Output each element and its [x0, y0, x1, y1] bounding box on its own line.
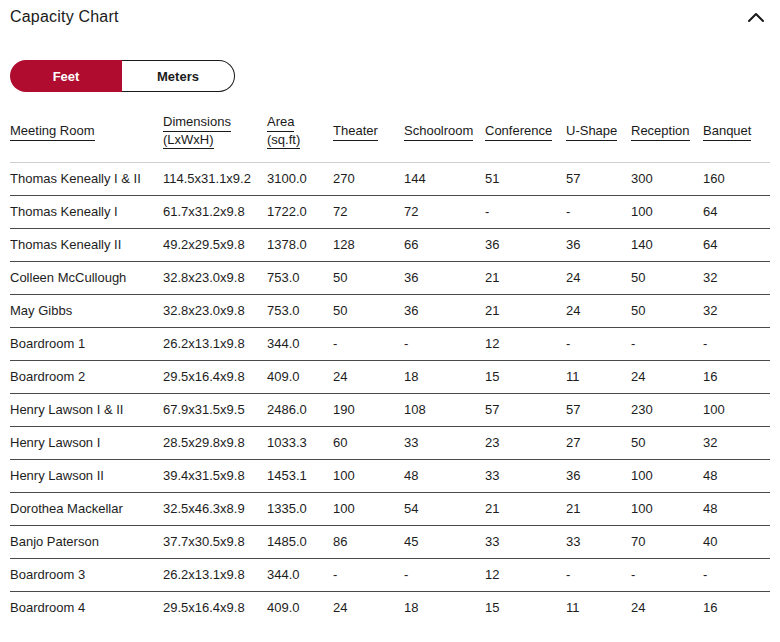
column-header-label: Area [267, 114, 294, 132]
meeting-room-cell: Henry Lawson I & II [10, 393, 163, 426]
capacity-cell: - [703, 558, 770, 591]
page-title: Capacity Chart [10, 8, 119, 26]
capacity-cell: 72 [333, 195, 404, 228]
capacity-cell: 50 [631, 261, 703, 294]
column-header[interactable]: U-Shape [566, 110, 631, 162]
capacity-chart-panel: Capacity Chart Feet Meters Meeting RoomD… [0, 0, 780, 624]
table-header-row: Meeting RoomDimensions(LxWxH)Area(sq.ft)… [10, 110, 770, 162]
capacity-cell: 33 [566, 525, 631, 558]
column-header-label: (sq.ft) [267, 132, 300, 149]
table-row: Thomas Keneally II49.2x29.5x9.81378.0128… [10, 228, 770, 261]
capacity-cell: 33 [404, 426, 485, 459]
capacity-cell: 45 [404, 525, 485, 558]
capacity-cell: - [404, 558, 485, 591]
capacity-cell: 51 [485, 162, 566, 195]
table-row: Henry Lawson I & II67.9x31.5x9.52486.019… [10, 393, 770, 426]
toggle-feet[interactable]: Feet [10, 60, 122, 92]
column-header[interactable]: Banquet [703, 110, 770, 162]
capacity-cell: - [631, 327, 703, 360]
capacity-cell: 48 [703, 492, 770, 525]
column-header[interactable]: Schoolroom [404, 110, 485, 162]
meeting-room-cell: Boardroom 1 [10, 327, 163, 360]
meeting-room-cell: Thomas Keneally II [10, 228, 163, 261]
meeting-room-cell: Colleen McCullough [10, 261, 163, 294]
capacity-cell: 32.5x46.3x8.9 [163, 492, 267, 525]
capacity-cell: 36 [566, 228, 631, 261]
column-header[interactable]: Meeting Room [10, 110, 163, 162]
column-header[interactable]: Dimensions(LxWxH) [163, 110, 267, 162]
capacity-cell: 54 [404, 492, 485, 525]
column-header-label: Schoolroom [404, 123, 473, 141]
capacity-cell: 1722.0 [267, 195, 333, 228]
capacity-cell: 36 [566, 459, 631, 492]
capacity-cell: 114.5x31.1x9.2 [163, 162, 267, 195]
capacity-cell: 27 [566, 426, 631, 459]
capacity-cell: 753.0 [267, 261, 333, 294]
meeting-room-cell: Dorothea Mackellar [10, 492, 163, 525]
capacity-cell: 64 [703, 195, 770, 228]
capacity-cell: 32 [703, 261, 770, 294]
column-header[interactable]: Theater [333, 110, 404, 162]
column-header[interactable]: Area(sq.ft) [267, 110, 333, 162]
capacity-cell: 24 [631, 591, 703, 624]
table-body: Thomas Keneally I & II114.5x31.1x9.23100… [10, 162, 770, 624]
meeting-room-cell: Thomas Keneally I & II [10, 162, 163, 195]
capacity-cell: 50 [631, 294, 703, 327]
capacity-cell: 16 [703, 591, 770, 624]
capacity-cell: - [485, 195, 566, 228]
capacity-cell: 100 [631, 492, 703, 525]
capacity-cell: 29.5x16.4x9.8 [163, 360, 267, 393]
capacity-cell: 1033.3 [267, 426, 333, 459]
capacity-cell: 72 [404, 195, 485, 228]
capacity-cell: 753.0 [267, 294, 333, 327]
column-header[interactable]: Conference [485, 110, 566, 162]
capacity-cell: 33 [485, 459, 566, 492]
capacity-cell: - [333, 327, 404, 360]
capacity-cell: 57 [485, 393, 566, 426]
capacity-cell: 86 [333, 525, 404, 558]
table-row: Thomas Keneally I & II114.5x31.1x9.23100… [10, 162, 770, 195]
column-header-label: Conference [485, 123, 552, 141]
toggle-meters[interactable]: Meters [122, 60, 235, 92]
capacity-cell: 70 [631, 525, 703, 558]
panel-header: Capacity Chart [10, 8, 770, 36]
column-header-label: U-Shape [566, 123, 617, 141]
column-header[interactable]: Reception [631, 110, 703, 162]
meeting-room-cell: Henry Lawson I [10, 426, 163, 459]
capacity-cell: - [631, 558, 703, 591]
meeting-room-cell: Boardroom 3 [10, 558, 163, 591]
capacity-cell: 15 [485, 360, 566, 393]
chevron-up-icon [746, 12, 766, 27]
capacity-cell: 2486.0 [267, 393, 333, 426]
column-header-label: Meeting Room [10, 123, 95, 141]
capacity-cell: 57 [566, 393, 631, 426]
capacity-cell: - [566, 327, 631, 360]
capacity-cell: 344.0 [267, 558, 333, 591]
table-row: Henry Lawson II39.4x31.5x9.81453.1100483… [10, 459, 770, 492]
collapse-section-button[interactable] [744, 8, 768, 29]
capacity-cell: 32.8x23.0x9.8 [163, 294, 267, 327]
capacity-cell: 36 [404, 261, 485, 294]
meeting-room-cell: Henry Lawson II [10, 459, 163, 492]
capacity-cell: 28.5x29.8x9.8 [163, 426, 267, 459]
meeting-room-cell: Thomas Keneally I [10, 195, 163, 228]
column-header-label: Reception [631, 123, 690, 141]
capacity-cell: 24 [566, 294, 631, 327]
capacity-cell: 18 [404, 360, 485, 393]
capacity-cell: 100 [333, 459, 404, 492]
column-header-label: Theater [333, 123, 378, 141]
capacity-cell: 39.4x31.5x9.8 [163, 459, 267, 492]
table-row: Boardroom 229.5x16.4x9.8409.024181511241… [10, 360, 770, 393]
table-row: Thomas Keneally I61.7x31.2x9.81722.07272… [10, 195, 770, 228]
column-header-label: (LxWxH) [163, 132, 214, 149]
capacity-cell: 21 [566, 492, 631, 525]
capacity-cell: 21 [485, 261, 566, 294]
capacity-cell: 15 [485, 591, 566, 624]
capacity-cell: 48 [404, 459, 485, 492]
capacity-cell: 21 [485, 294, 566, 327]
capacity-cell: 230 [631, 393, 703, 426]
capacity-cell: 24 [333, 360, 404, 393]
capacity-cell: 48 [703, 459, 770, 492]
capacity-cell: 160 [703, 162, 770, 195]
capacity-cell: 40 [703, 525, 770, 558]
